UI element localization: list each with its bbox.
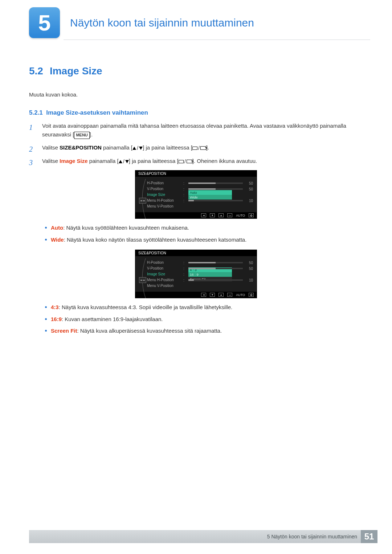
osd-label-menuvp: Menu V-Position [147, 283, 183, 289]
bullet-key: Auto [51, 225, 63, 231]
osd-screenshot-1: SIZE&POSITION H-Position V-Position Imag… [135, 170, 257, 219]
bullet-item: Wide: Näytä kuva koko näytön tilassa syö… [45, 236, 363, 244]
step-text: Valitse [42, 158, 60, 164]
osd-label-vpos: V-Position [147, 186, 183, 192]
nav-menu-icon: ▭ [227, 213, 232, 217]
nav-down-icon: ▼ [210, 213, 215, 217]
osd-value-menuvp: 10 [245, 278, 253, 282]
nav-left-icon: ◄ [201, 213, 206, 217]
osd-value-menuvp: 10 [245, 199, 253, 203]
osd-label-imagesize: Image Size [147, 192, 183, 198]
subsection-number: 5.2.1 [29, 109, 43, 116]
chapter-header: 5 Näytön koon tai sijainnin muuttaminen [29, 7, 254, 38]
bullet-item: Screen Fit: Näytä kuva alkuperäisessä ku… [45, 327, 363, 335]
slider-icon [188, 182, 243, 184]
bullet-list-2: 4:3: Näytä kuva kuvasuhteessa 4:3. Sopii… [29, 303, 363, 335]
nav-up-icon: ▲ [219, 213, 224, 217]
up-down-icon: / [132, 144, 143, 152]
source-enter-icon: / [192, 144, 206, 152]
bullet-text: : Kuvan asettaminen 16:9-laajakuvatilaan… [62, 316, 163, 322]
slider-icon [188, 200, 243, 201]
osd-value-vpos: 50 [245, 187, 253, 191]
osd-option: 16 : 9 [188, 272, 232, 277]
step-text: painamalla [ [88, 158, 119, 164]
bullet-list-1: Auto: Näytä kuva syöttölähteen kuvasuhte… [29, 224, 363, 244]
osd-labels: H-Position V-Position Image Size Menu H-… [147, 260, 183, 289]
osd-label-hpos: H-Position [147, 180, 183, 186]
power-icon: ⏻ [249, 293, 254, 297]
osd-label-menuvp: Menu V-Position [147, 204, 183, 209]
osd-footer-auto: AUTO [236, 214, 245, 217]
footer-text: 5 Näytön koon tai sijainnin muuttaminen [267, 534, 357, 539]
subsection-heading: 5.2.1 Image Size-asetuksen vaihtaminen [29, 109, 363, 116]
osd-value-hpos: 50 [245, 261, 253, 265]
bullet-item: Auto: Näytä kuva syöttölähteen kuvasuhte… [45, 224, 363, 232]
bullet-key: 4:3 [51, 304, 59, 310]
section-intro: Muuta kuvan kokoa. [29, 91, 363, 98]
step-bold: SIZE&POSITION [60, 144, 102, 151]
osd-label-menuhp: Menu H-Position [147, 277, 183, 283]
osd-value-vpos: 50 [245, 267, 253, 271]
slider-icon [188, 279, 243, 281]
step-number: 3 [29, 157, 33, 168]
nav-down-icon: ▼ [210, 293, 215, 297]
bullet-key: Screen Fit [51, 328, 77, 334]
page-footer: 5 Näytön koon tai sijainnin muuttaminen … [29, 530, 377, 543]
osd-title: SIZE&POSITION [135, 171, 257, 177]
step-2: 2 Valitse SIZE&POSITION painamalla [/] j… [29, 143, 363, 152]
osd-label-vpos: V-Position [147, 266, 183, 271]
step-number: 2 [29, 143, 33, 155]
chapter-number-badge: 5 [29, 7, 60, 38]
step-number: 1 [29, 122, 33, 133]
step-text-tail: ]. [90, 131, 93, 138]
bullet-text: : Näytä kuva koko näytön tilassa syöttöl… [64, 237, 247, 243]
osd-labels: H-Position V-Position Image Size Menu H-… [147, 180, 183, 209]
bullet-text: : Näytä kuva kuvasuhteessa 4:3. Sopii vi… [59, 304, 233, 310]
slider-icon [188, 262, 243, 263]
nav-left-icon: ◄ [201, 293, 206, 297]
osd-category-icon [139, 277, 146, 283]
subsection-title: Image Size-asetuksen vaihtaminen [46, 109, 148, 116]
osd-category-icon [139, 198, 146, 204]
content-column: 5.2Image Size Muuta kuvan kokoa. 5.2.1 I… [29, 65, 363, 341]
osd-screenshot-2: SIZE&POSITION H-Position V-Position Imag… [135, 250, 257, 298]
osd-option-selected: Auto [188, 190, 232, 195]
nav-up-icon: ▲ [219, 293, 224, 297]
power-icon: ⏻ [249, 213, 254, 217]
chapter-title: Näytön koon tai sijainnin muuttaminen [70, 17, 254, 29]
bullet-item: 4:3: Näytä kuva kuvasuhteessa 4:3. Sopii… [45, 303, 363, 312]
osd-label-menuhp: Menu H-Position [147, 198, 183, 204]
osd-dropdown: Auto Wide [188, 190, 232, 200]
osd-footer-auto: AUTO [236, 293, 245, 297]
chapter-divider [64, 40, 370, 40]
bullet-text: : Näytä kuva syöttölähteen kuvasuhteen m… [63, 225, 189, 231]
osd-footer: ◄ ▼ ▲ ▭ AUTO ⏻ [135, 212, 257, 218]
section-title: Image Size [50, 65, 102, 77]
slider-icon [188, 268, 243, 269]
osd-label-imagesize: Image Size [147, 271, 183, 277]
step-text: ] ja paina laitteessa [ [143, 144, 192, 151]
osd-curve-decor [138, 260, 147, 289]
osd-values: :50 :50 : Auto Wide :10 [183, 180, 253, 209]
bullet-text: : Näytä kuva alkuperäisessä kuvasuhteess… [77, 328, 222, 334]
bullet-key: Wide [51, 237, 64, 243]
osd-values: :50 :50 : 4 : 3 16 : 9 Screen Fit :10 [183, 260, 253, 289]
step-text: painamalla [ [102, 144, 132, 151]
up-down-icon: / [119, 157, 129, 166]
nav-menu-icon: ▭ [227, 293, 232, 297]
step-3: 3 Valitse Image Size painamalla [/] ja p… [29, 157, 363, 166]
osd-title: SIZE&POSITION [135, 250, 257, 256]
step-text: ] ja paina laitteessa [ [129, 158, 179, 164]
section-number: 5.2 [29, 65, 43, 77]
osd-footer: ◄ ▼ ▲ ▭ AUTO ⏻ [135, 292, 257, 298]
step-text: ]. Oheinen ikkuna avautuu. [192, 158, 257, 164]
slider-icon [188, 188, 243, 190]
osd-label-hpos: H-Position [147, 260, 183, 266]
page-number: 51 [361, 530, 377, 543]
osd-value-hpos: 50 [245, 181, 253, 185]
page: 5 Näytön koon tai sijainnin muuttaminen … [0, 0, 392, 554]
step-bold-red: Image Size [60, 158, 88, 164]
menu-button-icon: MENU [74, 132, 89, 139]
section-heading: 5.2Image Size [29, 65, 363, 77]
osd-option: Wide [188, 195, 232, 200]
